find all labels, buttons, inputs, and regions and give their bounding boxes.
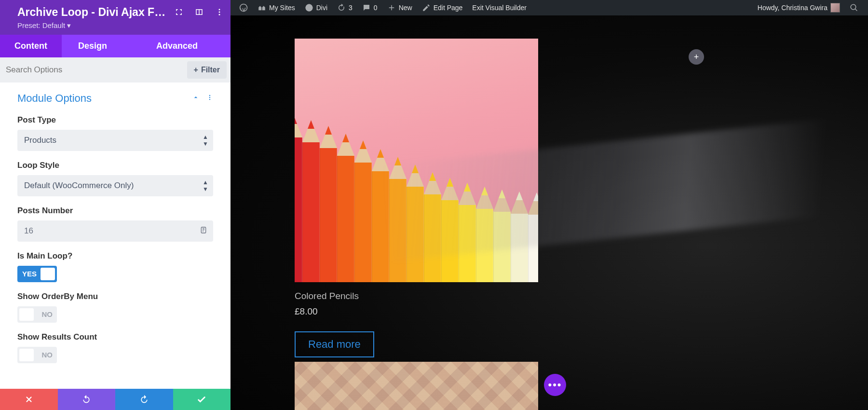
updates[interactable]: 3 <box>332 3 357 12</box>
field-loop-style: Loop Style Default (WooCommerce Only) ▲▼ <box>17 161 213 196</box>
panel-body: Module Options Post Type Products ▲▼ <box>0 82 231 389</box>
page-preview: My Sites Divi 3 0 New Edit Page <box>231 0 868 410</box>
chevron-up-icon[interactable] <box>192 94 200 103</box>
show-orderby-label: Show OrderBy Menu <box>17 292 213 301</box>
product-title[interactable]: Colored Pencils <box>295 291 538 301</box>
toggle-knob <box>41 268 55 280</box>
field-is-main-loop: Is Main Loop? YES <box>17 251 213 282</box>
field-show-orderby: Show OrderBy Menu NO <box>17 292 213 323</box>
is-main-loop-label: Is Main Loop? <box>17 251 213 261</box>
product-image[interactable] <box>295 39 538 282</box>
more-icon[interactable] <box>215 8 224 19</box>
options-search-row: + Filter <box>0 57 231 82</box>
product-price: £8.00 <box>295 306 538 317</box>
post-type-select[interactable]: Products ▲▼ <box>17 130 213 151</box>
module-options-title: Module Options <box>17 92 92 105</box>
svg-point-0 <box>219 9 220 10</box>
comments[interactable]: 0 <box>357 3 382 12</box>
wp-admin-bar: My Sites Divi 3 0 New Edit Page <box>231 0 868 15</box>
svg-point-2 <box>219 14 220 15</box>
filter-button[interactable]: + Filter <box>187 61 227 79</box>
select-caret-icon: ▲▼ <box>203 179 207 192</box>
more-icon[interactable] <box>206 94 213 103</box>
panel-footer <box>0 389 231 410</box>
exit-visual-builder[interactable]: Exit Visual Builder <box>467 4 531 12</box>
divi-fab-button[interactable]: ••• <box>544 374 566 396</box>
panel-tabs: Content Design Advanced <box>0 35 231 57</box>
panel-preset[interactable]: Preset: Default ▾ <box>17 21 223 30</box>
toggle-knob <box>19 349 34 361</box>
site-name[interactable]: Divi <box>300 3 332 12</box>
tab-design[interactable]: Design <box>62 35 123 57</box>
module-options-header[interactable]: Module Options <box>17 92 213 105</box>
redo-button[interactable] <box>115 389 173 410</box>
add-section-button[interactable]: + <box>689 49 704 65</box>
field-posts-number: Posts Number <box>17 206 213 242</box>
tab-content[interactable]: Content <box>0 35 62 57</box>
options-search-input[interactable] <box>6 65 183 75</box>
posts-number-label: Posts Number <box>17 206 213 216</box>
read-more-button[interactable]: Read more <box>295 331 374 357</box>
svg-point-3 <box>209 95 210 96</box>
tab-advanced[interactable]: Advanced <box>123 35 231 57</box>
discard-button[interactable] <box>0 389 58 410</box>
show-results-toggle[interactable]: NO <box>17 347 57 363</box>
plus-icon: + <box>194 66 198 74</box>
field-post-type: Post Type Products ▲▼ <box>17 115 213 151</box>
svg-point-4 <box>209 96 210 97</box>
edit-page[interactable]: Edit Page <box>417 3 468 12</box>
avatar <box>830 3 840 13</box>
loop-style-label: Loop Style <box>17 161 213 170</box>
field-show-results-count: Show Results Count NO <box>17 332 213 363</box>
howdy-user[interactable]: Howdy, Christina Gwira <box>753 3 845 13</box>
select-caret-icon: ▲▼ <box>203 134 207 147</box>
my-sites[interactable]: My Sites <box>253 3 300 12</box>
svg-point-1 <box>219 12 220 13</box>
columns-icon[interactable] <box>195 8 203 19</box>
panel-title: Archive Loop - Divi Ajax Filt... <box>17 6 167 19</box>
loop-style-select[interactable]: Default (WooCommerce Only) ▲▼ <box>17 175 213 196</box>
posts-number-input[interactable] <box>17 220 213 242</box>
save-button[interactable] <box>173 389 231 410</box>
panel-header: Archive Loop - Divi Ajax Filt... Preset:… <box>0 0 231 35</box>
svg-point-5 <box>209 99 210 100</box>
next-product-image[interactable] <box>295 362 538 410</box>
undo-button[interactable] <box>58 389 116 410</box>
module-settings-panel: Archive Loop - Divi Ajax Filt... Preset:… <box>0 0 231 410</box>
dynamic-content-icon[interactable] <box>200 226 207 236</box>
wp-logo[interactable] <box>234 3 253 12</box>
product-card: Colored Pencils £8.00 Read more <box>295 39 538 357</box>
toggle-knob <box>19 308 34 321</box>
chevron-down-icon: ▾ <box>67 21 71 30</box>
expand-icon[interactable] <box>175 8 183 19</box>
is-main-loop-toggle[interactable]: YES <box>17 266 57 282</box>
new-content[interactable]: New <box>382 3 417 12</box>
post-type-label: Post Type <box>17 115 213 125</box>
show-results-label: Show Results Count <box>17 332 213 342</box>
show-orderby-toggle[interactable]: NO <box>17 306 57 323</box>
pencils-illustration <box>295 109 538 282</box>
search-icon[interactable] <box>845 3 863 12</box>
